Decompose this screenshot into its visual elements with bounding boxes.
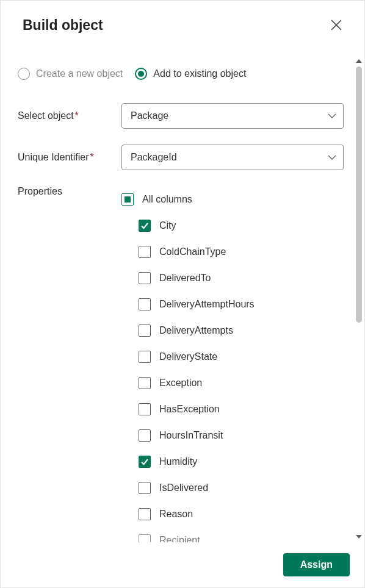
checkbox-icon [139,403,151,415]
checkbox-icon [139,482,151,494]
close-button[interactable] [327,15,346,35]
checkbox-label: DeliveryAttempts [159,325,233,336]
checkbox-property[interactable]: Exception [139,370,344,396]
scroll-track[interactable] [356,66,362,531]
checkbox-label: ColdChainType [159,246,226,257]
checkbox-label: All columns [142,194,192,205]
checkbox-icon [139,324,151,337]
checkbox-all-columns[interactable]: All columns [121,186,344,212]
checkbox-property[interactable]: HasException [139,396,344,422]
properties-label: Properties [18,186,115,197]
svg-marker-2 [356,59,362,63]
radio-add-existing[interactable]: Add to existing object [135,68,246,80]
select-object-dropdown[interactable]: Package [121,103,344,129]
checkbox-property[interactable]: DeliveryState [139,343,344,370]
checkbox-icon [139,377,151,389]
page-title: Build object [23,17,103,34]
checkbox-label: Humidity [159,456,197,467]
checkbox-icon [139,534,151,543]
checkbox-property[interactable]: HoursInTransit [139,422,344,448]
radio-icon [18,68,30,80]
checkbox-icon [139,272,151,284]
scroll-thumb[interactable] [356,66,362,323]
checkbox-property[interactable]: DeliveryAttemptHours [139,291,344,317]
checkbox-label: DeliveryState [159,351,217,362]
checkbox-label: Reason [159,509,193,520]
properties-list: All columns CityColdChainTypeDeliveredTo… [121,186,344,542]
checkbox-label: IsDelivered [159,482,208,493]
checkbox-label: DeliveryAttemptHours [159,299,255,310]
checkbox-label: HoursInTransit [159,430,223,441]
vertical-scrollbar[interactable] [353,56,364,542]
checkbox-label: DeliveredTo [159,273,211,284]
checkbox-property[interactable]: Recipient [139,527,344,542]
scroll-down-arrow[interactable] [353,531,364,542]
scroll-area: Create a new object Add to existing obje… [1,56,353,542]
checkbox-icon [139,351,151,363]
checkbox-checked-icon [139,456,151,468]
select-object-label: Select object* [18,110,115,121]
checkbox-property[interactable]: City [139,212,344,238]
checkbox-label: City [159,220,176,231]
checkbox-property[interactable]: Humidity [139,448,344,475]
scroll-up-arrow[interactable] [353,56,364,66]
checkbox-property[interactable]: DeliveredTo [139,265,344,291]
radio-label: Create a new object [36,68,123,79]
checkbox-icon [139,246,151,258]
radio-icon [135,68,147,80]
close-icon [331,20,342,30]
checkbox-icon [121,193,134,206]
checkbox-label: Recipient [159,535,200,543]
checkbox-label: Exception [159,378,202,389]
unique-identifier-dropdown[interactable]: PackageId [121,145,344,170]
assign-button[interactable]: Assign [283,553,350,576]
svg-marker-3 [356,535,362,539]
checkbox-property[interactable]: DeliveryAttempts [139,317,344,343]
checkbox-label: HasException [159,404,220,415]
checkbox-icon [139,298,151,310]
required-indicator: * [75,110,79,121]
unique-identifier-label: Unique Identifier* [18,152,115,163]
checkbox-icon [139,429,151,442]
checkbox-icon [139,508,151,520]
checkbox-property[interactable]: ColdChainType [139,238,344,265]
radio-create-new[interactable]: Create a new object [18,68,123,80]
checkbox-property[interactable]: Reason [139,501,344,527]
checkbox-checked-icon [139,220,151,232]
required-indicator: * [90,152,94,162]
radio-label: Add to existing object [153,68,246,79]
checkbox-property[interactable]: IsDelivered [139,475,344,501]
